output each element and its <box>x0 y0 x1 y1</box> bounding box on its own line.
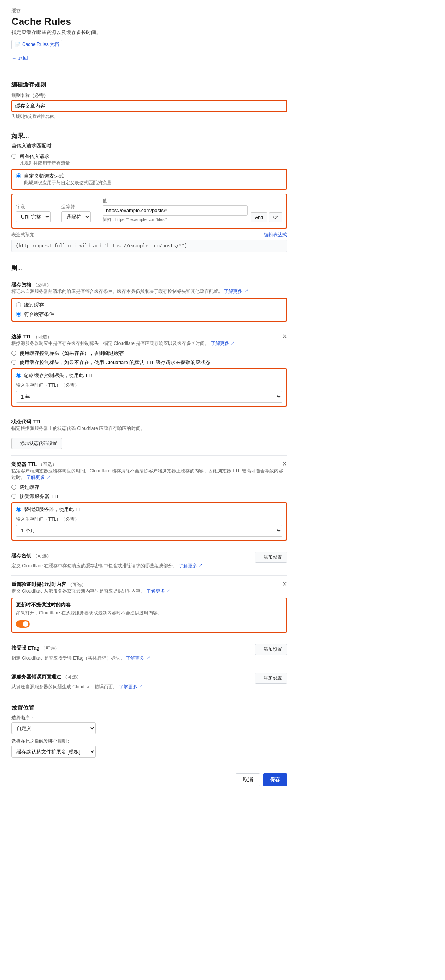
revalidate-title: 重新验证时提供过时内容 <box>11 581 66 587</box>
name-field-hint: 为规则指定描述性名称。 <box>11 114 287 119</box>
doc-link[interactable]: 📄 Cache Rules 文档 <box>11 40 62 49</box>
cache-key-title: 缓存密钥 <box>11 553 31 559</box>
strong-etag-add-btn[interactable]: + 添加设置 <box>255 644 287 655</box>
field-select[interactable]: URI 完整 <box>16 211 51 222</box>
cache-eligibility-optional: （必填） <box>33 282 51 287</box>
placement-order-select[interactable]: 自定义 <box>11 722 96 734</box>
cache-option-bypass[interactable]: 绕过缓存 <box>16 302 282 309</box>
browser-option-override-label: 替代源服务器，使用此 TTL <box>24 506 84 513</box>
status-code-ttl-title: 状态代码 TTL <box>11 419 42 425</box>
cache-eligibility-learn-more[interactable]: 了解更多 ↗ <box>224 289 248 294</box>
revalidate-toggle[interactable] <box>16 620 30 628</box>
browser-ttl-radio-origin[interactable] <box>11 494 16 499</box>
page-title: Cache Rules <box>11 16 287 28</box>
strong-etag-learn-more[interactable]: 了解更多 ↗ <box>126 655 150 661</box>
edge-ttl-learn-more[interactable]: 了解更多 ↗ <box>211 341 235 346</box>
page-subtitle: 指定应缓存哪些资源以及缓存多长时间。 <box>11 29 287 36</box>
edge-ttl-input-label: 输入生存时间（TTL）（必需） <box>16 382 282 389</box>
revalidate-sub-title: 更新时不提供过时的内容 <box>16 601 282 608</box>
or-button[interactable]: Or <box>269 212 282 222</box>
and-button[interactable]: And <box>251 212 267 222</box>
traffic-radio-all[interactable] <box>11 154 16 159</box>
revalidate-learn-more[interactable]: 了解更多 ↗ <box>147 588 171 594</box>
edge-ttl-title: 边缘 TTL <box>11 334 32 340</box>
eligibility-radio-eligible[interactable] <box>16 312 21 317</box>
operator-selector-col: 运算符 通配符 <box>61 204 99 222</box>
traffic-option-all[interactable]: 所有传入请求 此规则将应用于所有流量 <box>11 153 287 167</box>
browser-ttl-radio-bypass[interactable] <box>11 485 16 490</box>
add-status-code-btn[interactable]: + 添加状态代码设置 <box>11 438 62 449</box>
edge-ttl-radio-ignore[interactable] <box>16 373 21 378</box>
cache-key-block: 缓存密钥 （可选） + 添加设置 定义 Cloudflare 在缓存中存储响应的… <box>11 547 287 569</box>
placement-title: 放置位置 <box>11 704 287 712</box>
edge-ttl-radio-fallback[interactable] <box>11 360 16 365</box>
strong-etag-optional: （可选） <box>41 645 59 651</box>
cache-key-add-btn[interactable]: + 添加设置 <box>255 552 287 563</box>
browser-ttl-select[interactable]: 1 个月 <box>16 525 282 537</box>
cache-option-bypass-label: 绕过缓存 <box>24 302 44 309</box>
revalidate-optional: （可选） <box>68 582 86 587</box>
name-input[interactable] <box>15 103 283 109</box>
traffic-option-all-label: 所有传入请求 <box>20 153 70 160</box>
browser-ttl-title: 浏览器 TTL <box>11 461 37 467</box>
strong-etag-desc: 指定 Cloudflare 是否应接受强 ETag（实体标记）标头。 了解更多 … <box>11 655 287 662</box>
eligibility-radio-bypass[interactable] <box>16 302 21 307</box>
edit-section-title: 编辑缓存规则 <box>11 81 287 88</box>
expr-preview-label: 表达式预览 <box>11 232 34 238</box>
cache-eligibility-block: 缓存资格 （必填） 标记来自源服务器的请求的响应是否符合缓存条件。缓存本身仍然取… <box>11 276 287 322</box>
traffic-option-custom-desc: 此规则仅应用于与自定义表达式匹配的流量 <box>24 180 111 186</box>
origin-error-pages-optional: （可选） <box>63 674 81 679</box>
browser-ttl-input-label: 输入生存时间（TTL）（必需） <box>16 516 282 523</box>
edit-expr-link[interactable]: 编辑表达式 <box>264 232 287 238</box>
browser-ttl-close[interactable]: ✕ <box>282 461 287 467</box>
filter-field-row: 字段 URI 完整 运算符 通配符 值 例如，https://*.example… <box>11 194 287 229</box>
edge-ttl-optional: （可选） <box>33 334 52 340</box>
cache-key-desc: 定义 Cloudflare 在缓存中存储响应的缓存密钥中包含或排除请求的哪些组成… <box>11 563 287 569</box>
origin-error-pages-block: 源服务器错误页面通过 （可选） + 添加设置 从发送自源服务器的问题生成 Clo… <box>11 668 287 690</box>
revalidate-desc: 定义 Cloudflare 从源服务器获取最新内容时是否应提供过时内容。 了解更… <box>11 588 287 595</box>
name-field-label: 规则名称（必需） <box>11 92 287 99</box>
browser-option-bypass-label: 绕过缓存 <box>20 484 39 491</box>
strong-etag-block: 接受强 ETag （可选） + 添加设置 指定 Cloudflare 是否应接受… <box>11 639 287 662</box>
edge-ttl-block: 边缘 TTL （可选） ✕ 根据源服务器响应中是否存在缓存控制标头，指定 Clo… <box>11 328 287 407</box>
browser-ttl-learn-more[interactable]: 了解更多 ↗ <box>26 475 51 480</box>
origin-error-pages-add-btn[interactable]: + 添加设置 <box>255 673 287 684</box>
save-button[interactable]: 保存 <box>263 773 287 786</box>
edge-ttl-radio-use-header[interactable] <box>11 351 16 356</box>
cache-eligibility-title: 缓存资格 <box>11 282 31 287</box>
cancel-button[interactable]: 取消 <box>236 773 260 786</box>
edge-ttl-override-block: 忽略缓存控制标头，使用此 TTL 输入生存时间（TTL）（必需） 1 年 <box>11 368 287 407</box>
revalidate-close[interactable]: ✕ <box>282 581 287 587</box>
strong-etag-title: 接受强 ETag <box>11 645 39 651</box>
browser-option-origin-ttl[interactable]: 接受源服务器 TTL <box>11 493 287 500</box>
origin-error-pages-learn-more[interactable]: 了解更多 ↗ <box>119 684 143 689</box>
origin-error-pages-title: 源服务器错误页面通过 <box>11 674 61 679</box>
edge-option-ignore-header[interactable]: 忽略缓存控制标头，使用此 TTL <box>16 372 282 379</box>
op-select[interactable]: 通配符 <box>61 211 91 222</box>
browser-option-override[interactable]: 替代源服务器，使用此 TTL <box>16 506 282 513</box>
doc-icon: 📄 <box>15 42 21 47</box>
revalidate-sub-desc: 如果打开，Cloudflare 在从源服务器获取最新内容时不会提供过时内容。 <box>16 610 282 616</box>
val-hint: 例如，https://*.example.com/files/* <box>103 217 248 222</box>
edge-ttl-select[interactable]: 1 年 <box>16 391 282 403</box>
traffic-option-custom-label: 自定义筛选表达式 <box>24 173 111 180</box>
traffic-option-custom[interactable]: 自定义筛选表达式 此规则仅应用于与自定义表达式匹配的流量 <box>11 169 287 190</box>
expr-preview-block: 表达式预览 编辑表达式 (http.request.full_uri wildc… <box>11 232 287 252</box>
cache-option-eligible-label: 符合缓存条件 <box>24 311 54 318</box>
if-title: 如果... <box>11 132 287 140</box>
browser-ttl-desc: 指定客户端浏览器应缓存响应的时间。Cloudflare 缓存清除不会清除客户端浏… <box>11 468 287 481</box>
revalidate-block: 重新验证时提供过时内容 （可选） ✕ 定义 Cloudflare 从源服务器获取… <box>11 575 287 633</box>
val-input[interactable] <box>103 205 248 216</box>
traffic-radio-custom[interactable] <box>16 173 21 178</box>
edge-option-use-header-fallback[interactable]: 使用缓存控制标头，如果不存在，使用 Cloudflare 的默认 TTL 缓存请… <box>11 359 287 366</box>
edge-ttl-desc: 根据源服务器响应中是否存在缓存控制标头，指定 Cloudflare 是否应缓存响… <box>11 340 287 347</box>
cache-key-learn-more[interactable]: 了解更多 ↗ <box>179 563 203 568</box>
browser-ttl-radio-override[interactable] <box>16 507 21 512</box>
back-link[interactable]: ← 返回 <box>11 55 28 62</box>
browser-option-origin-ttl-label: 接受源服务器 TTL <box>20 493 60 500</box>
placement-after-select[interactable]: 缓存默认从文件扩展名 [模板] <box>11 746 96 758</box>
cache-option-eligible[interactable]: 符合缓存条件 <box>16 311 282 318</box>
edge-option-use-header[interactable]: 使用缓存控制标头（如果存在），否则绕过缓存 <box>11 350 287 357</box>
edge-ttl-close[interactable]: ✕ <box>282 333 287 340</box>
browser-option-bypass[interactable]: 绕过缓存 <box>11 484 287 491</box>
